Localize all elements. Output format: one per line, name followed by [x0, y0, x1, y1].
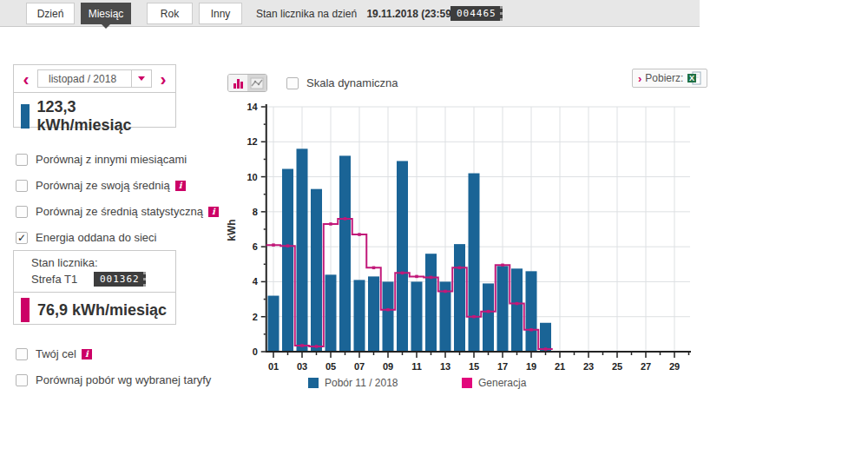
chart-canvas: 0246810121401030507091113151719212325272… — [221, 97, 707, 401]
svg-text:19: 19 — [526, 361, 536, 372]
zone-counter-badge: 001362 — [94, 272, 146, 287]
prev-month-button[interactable]: ‹ — [20, 71, 32, 87]
svg-text:13: 13 — [440, 361, 450, 372]
checkbox-icon — [16, 374, 28, 386]
checkbox-icon: ✓ — [16, 232, 28, 244]
meter-zone-label: Strefa T1 — [31, 273, 94, 286]
svg-text:0: 0 — [253, 346, 258, 357]
svg-text:27: 27 — [641, 361, 651, 372]
bar-chart-icon[interactable] — [228, 75, 247, 91]
sidebar-checkbox[interactable]: Porównaj ze swoją średniąi — [16, 179, 219, 192]
period-box: ‹ listopad / 2018 › 123,3 kWh/miesiąc — [13, 64, 176, 128]
checkbox-icon — [16, 154, 28, 166]
checkbox-icon — [16, 180, 28, 192]
svg-text:14: 14 — [247, 102, 259, 112]
svg-text:12: 12 — [247, 136, 258, 147]
chevron-right-icon: › — [638, 72, 641, 85]
svg-text:15: 15 — [469, 361, 479, 372]
sidebar-checkbox[interactable]: Porównaj pobór wg wybranej taryfy — [16, 373, 211, 386]
tab-rok[interactable]: Rok — [147, 3, 193, 24]
chart-type-toggle — [227, 74, 267, 92]
dynamic-scale-checkbox[interactable]: Skala dynamiczna — [286, 76, 398, 89]
consumption-bar-icon — [21, 104, 30, 129]
svg-text:10: 10 — [247, 172, 258, 182]
info-icon[interactable]: i — [208, 207, 219, 217]
checkbox-label: Porównaj ze średnią statystyczną — [36, 205, 203, 218]
checkbox-label: Energia oddana do sieci — [36, 231, 157, 244]
energy-portal-app: Dzień Miesiąc Rok Inny Stan licznika na … — [0, 0, 868, 455]
generation-meter-box: Stan licznika: Strefa T1 001362 76,9 kWh… — [13, 250, 176, 325]
info-icon[interactable]: i — [175, 181, 186, 191]
top-tab-bar: Dzień Miesiąc Rok Inny Stan licznika na … — [0, 0, 700, 27]
monthly-energy-chart: 0246810121401030507091113151719212325272… — [221, 97, 707, 401]
checkbox-label: Porównaj pobór wg wybranej taryfy — [36, 373, 211, 386]
generation-total-row: 76,9 kWh/miesiąc — [14, 293, 175, 327]
pobor-swatch-icon — [308, 378, 319, 388]
legend-generacja: Generacja — [462, 377, 526, 389]
tab-inny[interactable]: Inny — [199, 3, 242, 24]
checkbox-label: Porównaj z innymi miesiącami — [36, 153, 187, 166]
svg-text:2: 2 — [253, 312, 258, 322]
svg-text:21: 21 — [555, 361, 565, 372]
legend-pobor-label: Pobór 11 / 2018 — [325, 377, 398, 389]
consumption-total-row: 123,3 kWh/miesiąc — [14, 93, 175, 140]
chevron-down-icon — [131, 70, 151, 87]
consumption-total-value: 123,3 kWh/miesiąc — [37, 98, 168, 135]
meter-reading-line: Stan licznika na dzień 19.11.2018 (23:59… — [256, 8, 470, 20]
info-icon[interactable]: i — [82, 349, 92, 359]
svg-text:17: 17 — [497, 361, 508, 372]
meter-section: Stan licznika: Strefa T1 001362 — [14, 251, 175, 293]
dynamic-scale-label: Skala dynamiczna — [306, 76, 398, 89]
legend-generacja-label: Generacja — [478, 377, 526, 389]
generation-total-value: 76,9 kWh/miesiąc — [37, 301, 167, 320]
tab-dzien[interactable]: Dzień — [26, 3, 75, 24]
meter-box-title: Stan licznika: — [31, 256, 172, 269]
svg-text:23: 23 — [583, 361, 594, 372]
checkbox-icon — [16, 348, 28, 360]
period-nav: ‹ listopad / 2018 › — [14, 65, 175, 93]
sidebar-checkbox[interactable]: Porównaj z innymi miesiącami — [16, 153, 219, 166]
svg-text:4: 4 — [253, 276, 259, 287]
svg-text:8: 8 — [253, 207, 258, 217]
tab-miesiac[interactable]: Miesiąc — [81, 3, 131, 24]
sidebar-checkbox[interactable]: Twój celi — [16, 347, 211, 360]
download-label: Pobierz: — [645, 72, 683, 84]
next-month-button[interactable]: › — [157, 71, 169, 87]
legend-pobor: Pobór 11 / 2018 — [308, 377, 398, 389]
sidebar-options-bottom: Twój celiPorównaj pobór wg wybranej tary… — [16, 347, 211, 386]
checkbox-label: Twój cel — [36, 347, 76, 360]
svg-text:03: 03 — [297, 361, 307, 372]
line-chart-icon[interactable] — [247, 75, 266, 91]
period-select[interactable]: listopad / 2018 — [37, 69, 152, 88]
svg-text:05: 05 — [326, 361, 336, 372]
sidebar-checkbox[interactable]: ✓Energia oddana do sieci — [16, 231, 219, 244]
meter-reading-label: Stan licznika na dzień — [256, 8, 357, 20]
svg-text:07: 07 — [354, 361, 365, 372]
meter-counter-badge: 004465 — [450, 6, 503, 21]
checkbox-icon — [16, 206, 28, 218]
svg-text:X: X — [689, 74, 694, 82]
checkbox-label: Porównaj ze swoją średnią — [36, 179, 170, 192]
svg-text:01: 01 — [268, 361, 279, 372]
sidebar-options: Porównaj z innymi miesiącamiPorównaj ze … — [16, 153, 219, 244]
svg-text:09: 09 — [383, 361, 393, 372]
checkbox-icon — [286, 77, 299, 89]
generacja-swatch-icon — [462, 378, 472, 388]
svg-text:11: 11 — [411, 361, 422, 372]
svg-text:6: 6 — [253, 241, 258, 252]
svg-text:25: 25 — [612, 361, 622, 372]
generation-bar-icon — [21, 298, 30, 322]
excel-file-icon: X — [687, 71, 701, 85]
svg-text:29: 29 — [669, 361, 680, 372]
svg-text:kWh: kWh — [226, 219, 238, 241]
download-button[interactable]: › Pobierz: X — [632, 69, 707, 88]
sidebar-checkbox[interactable]: Porównaj ze średnią statystycznąi — [16, 205, 219, 218]
period-select-value: listopad / 2018 — [38, 73, 131, 85]
